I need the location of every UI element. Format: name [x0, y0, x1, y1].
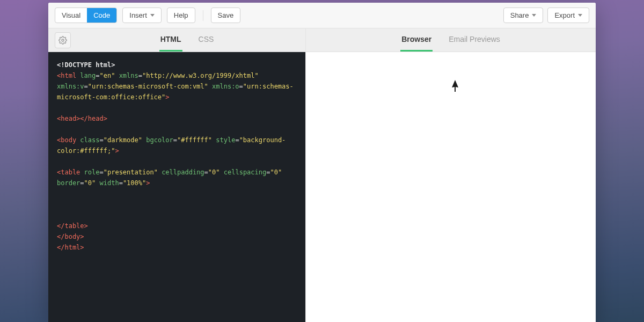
code-mode-button[interactable]: Code — [87, 8, 116, 23]
insert-button[interactable]: Insert — [122, 8, 162, 23]
help-button[interactable]: Help — [167, 8, 195, 23]
main-toolbar: Visual Code Insert Help Save Share Expor… — [48, 3, 596, 28]
share-button[interactable]: Share — [503, 8, 544, 23]
code-tabs: HTML CSS — [75, 28, 299, 52]
code-panel-tabs-bar: HTML CSS — [48, 28, 305, 52]
chevron-down-icon — [578, 14, 582, 17]
gear-icon — [58, 36, 67, 45]
toolbar-right-group: Share Export — [503, 8, 589, 23]
preview-panel-tabs-bar: Browser Email Previews — [306, 28, 596, 52]
tab-email-previews[interactable]: Email Previews — [448, 28, 501, 52]
share-label: Share — [510, 11, 529, 19]
split-panels: HTML CSS <!DOCTYPE html> <html lang="en"… — [48, 28, 596, 322]
toolbar-left-group: Visual Code Insert Help Save — [55, 8, 503, 23]
preview-panel: Browser Email Previews — [306, 28, 596, 322]
insert-label: Insert — [129, 11, 147, 19]
mouse-cursor-icon — [451, 80, 459, 92]
tab-css[interactable]: CSS — [197, 28, 215, 52]
preview-tabs: Browser Email Previews — [312, 28, 589, 52]
export-button[interactable]: Export — [547, 8, 589, 23]
code-editor[interactable]: <!DOCTYPE html> <html lang="en" xmlns="h… — [48, 52, 305, 322]
preview-viewport — [306, 52, 596, 322]
code-panel: HTML CSS <!DOCTYPE html> <html lang="en"… — [48, 28, 306, 322]
toolbar-divider — [203, 10, 203, 21]
view-mode-toggle: Visual Code — [55, 8, 117, 23]
save-button[interactable]: Save — [211, 8, 241, 23]
export-label: Export — [554, 11, 575, 19]
tab-browser[interactable]: Browser — [400, 28, 433, 52]
app-window: Visual Code Insert Help Save Share Expor… — [48, 3, 596, 322]
svg-point-0 — [62, 39, 64, 41]
chevron-down-icon — [150, 14, 155, 17]
tab-html[interactable]: HTML — [159, 28, 182, 52]
chevron-down-icon — [532, 14, 536, 17]
settings-button[interactable] — [55, 32, 71, 48]
desktop-background: Visual Code Insert Help Save Share Expor… — [0, 0, 644, 322]
visual-mode-button[interactable]: Visual — [55, 8, 87, 23]
